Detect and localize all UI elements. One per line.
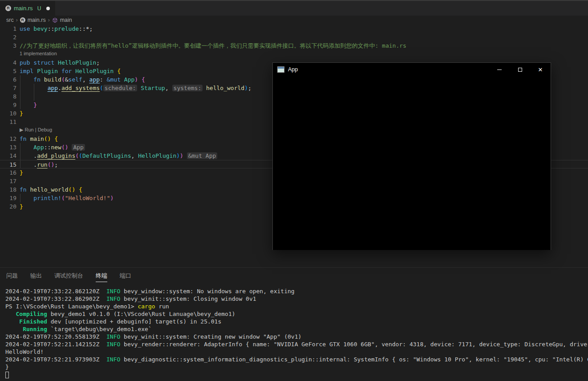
code-token: } [20,110,23,117]
code-token: , [165,85,172,91]
codelens-row: 1 implementation [0,50,588,58]
code-line[interactable]: //为了更好地组织，让我们将所有“hello”逻辑移动到插件中。要创建一个插件，… [20,41,588,50]
terminal-text: `target\debug\bevy_demo1.exe` [47,326,152,332]
terminal-text: 2024-02-19T07:52:21.142152Z [5,341,106,348]
code-token: } [33,102,37,108]
code-token: : [100,76,107,83]
code-token [20,161,33,168]
code-token: ) [176,152,180,159]
codelens-link[interactable]: 1 implementation [20,50,588,58]
terminal-text: INFO [106,295,120,302]
terminal-line: Finished dev [unoptimized + debuginfo] t… [5,318,588,325]
line-number: 5 [0,67,20,75]
panel-tab-problems[interactable]: 问题 [6,269,18,282]
terminal-text: bevy_diagnostic::system_information_diag… [120,356,588,363]
rust-file-icon: R [20,17,25,23]
app-window-titlebar[interactable]: App ✕ [273,63,551,76]
code-token [41,76,44,83]
terminal-output[interactable]: 2024-02-19T07:33:22.862120Z INFO bevy_wi… [0,287,588,378]
breadcrumb-main-rs[interactable]: main.rs [28,17,46,23]
line-number: 8 [0,92,20,101]
line-number: 1 [0,25,20,33]
minimize-icon [497,70,502,70]
code-line[interactable]: use bevy::prelude::*; [20,25,588,33]
terminal-text: INFO [106,288,120,295]
panel-tab-debug-console[interactable]: 调试控制台 [54,269,83,282]
indent-guide [34,92,34,101]
code-token: :: [48,25,55,32]
close-button[interactable]: ✕ [530,63,551,76]
line-number: 19 [0,194,20,202]
indent-guide [34,84,34,92]
terminal-line: Running `target\debug\bevy_demo1.exe` [5,325,588,333]
code-token: build [44,76,61,83]
rust-file-icon: R [5,5,11,11]
terminal-line: } [5,363,588,371]
code-token: fn [33,76,41,83]
app-window-title: App [288,66,298,73]
minimize-button[interactable] [489,63,510,76]
code-token [20,76,33,83]
code-token: app [89,76,100,83]
panel-tab-terminal[interactable]: 终端 [96,269,107,282]
panel-tab-ports[interactable]: 端口 [120,269,131,282]
code-token [54,59,58,66]
line-number: 2 [0,33,20,41]
code-line[interactable] [20,33,588,41]
panel-tab-bar: 问题 输出 调试控制台 终端 端口 [0,268,588,283]
indent-guide [20,152,20,160]
code-token: app [48,85,58,91]
line-number: 16 [0,168,20,177]
code-token: println! [33,195,61,201]
code-token: bevy [33,25,47,32]
breadcrumb-main[interactable]: main [60,17,72,23]
code-token: prelude [54,25,79,32]
code-token: . [33,152,37,159]
code-token: } [20,169,23,176]
code-token: main [30,135,44,142]
line-number: 14 [0,152,20,160]
code-token [114,68,117,74]
line-number: 6 [0,75,20,84]
terminal-text: bevy_winit::system: Creating new window … [120,333,301,340]
editor-tab-bar: R main.rs U [0,1,588,16]
terminal-text: INFO [106,333,120,340]
window-controls: ✕ [489,63,551,76]
code-token: run [37,161,47,168]
terminal-line: Compiling bevy_demo1 v0.1.0 (I:\VScode\R… [5,310,588,318]
terminal-text: bevy_render::renderer: AdapterInfo { nam… [120,341,588,348]
code-token [75,186,79,193]
breadcrumb-src[interactable]: src [6,17,14,23]
indent-guide [20,143,20,152]
code-token [58,68,61,74]
code-token: ( [100,85,103,91]
code-token: , [131,152,138,159]
app-window-canvas [273,76,551,250]
terminal-line: 2024-02-19T07:52:21.142152Z INFO bevy_re… [5,340,588,348]
code-token: ) [134,76,138,83]
inlay-hint: systems: [172,85,203,91]
line-number: 7 [0,84,20,92]
code-token: ::*; [79,25,93,32]
code-token: fn [20,135,27,142]
code-token: ) [244,85,248,91]
code-token: , [82,76,89,83]
indent-guide [20,160,20,168]
code-row: 2 [0,33,588,41]
code-token: { [79,186,82,193]
unsaved-dot-icon[interactable] [46,7,50,10]
code-token: } [20,203,23,210]
terminal-text: bevy_window::system: No windows are open… [120,288,294,295]
tab-main-rs[interactable]: R main.rs U [0,1,55,16]
code-token: ( [61,76,65,83]
inlay-hint: App [72,144,85,151]
code-token: add_systems [61,85,100,91]
panel-tab-output[interactable]: 输出 [30,269,42,282]
code-token [20,144,33,151]
code-token: App [33,144,44,151]
maximize-button[interactable] [510,63,530,76]
indent-guide [20,101,20,109]
bevy-app-window: App ✕ [272,62,551,250]
code-row: 3//为了更好地组织，让我们将所有“hello”逻辑移动到插件中。要创建一个插件… [0,41,588,50]
inlay-hint: schedule: [103,85,137,91]
